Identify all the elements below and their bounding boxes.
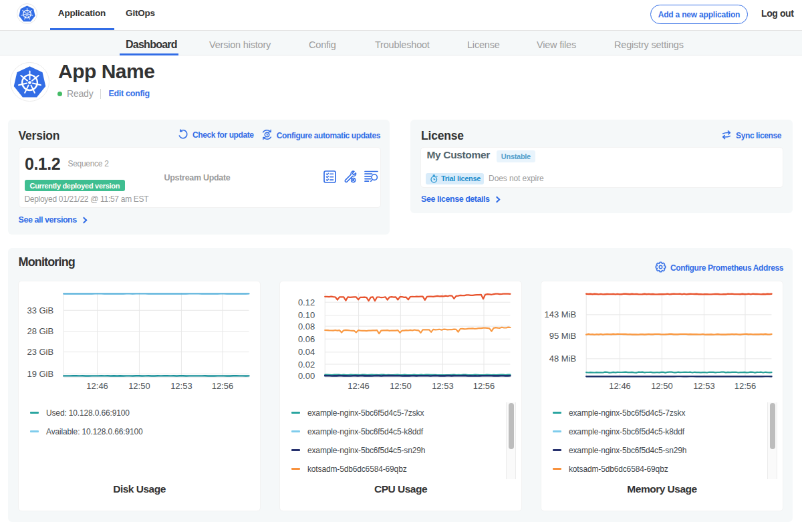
svg-text:12:53: 12:53 (432, 381, 454, 391)
svg-text:0.10: 0.10 (298, 310, 315, 320)
svg-text:12:50: 12:50 (651, 381, 673, 391)
svg-text:19 GiB: 19 GiB (27, 369, 53, 379)
svg-text:12:56: 12:56 (473, 381, 495, 391)
svg-text:12:46: 12:46 (348, 381, 370, 391)
svg-text:0.00: 0.00 (298, 371, 315, 381)
svg-text:33 GiB: 33 GiB (27, 305, 53, 315)
svg-text:0.04: 0.04 (298, 347, 315, 357)
svg-text:12:46: 12:46 (609, 381, 631, 391)
svg-text:12:56: 12:56 (734, 381, 757, 391)
svg-text:0.06: 0.06 (298, 334, 315, 344)
svg-text:0.02: 0.02 (298, 360, 315, 370)
svg-text:12:53: 12:53 (693, 381, 715, 391)
svg-text:0.12: 0.12 (298, 297, 315, 307)
svg-text:28 GiB: 28 GiB (27, 326, 53, 336)
svg-text:12:50: 12:50 (390, 381, 412, 391)
svg-text:48 MiB: 48 MiB (549, 354, 576, 364)
svg-text:12:50: 12:50 (128, 381, 150, 391)
svg-text:143 MiB: 143 MiB (544, 309, 576, 319)
svg-text:0.08: 0.08 (298, 321, 315, 331)
svg-text:12:46: 12:46 (86, 381, 108, 391)
svg-text:12:56: 12:56 (212, 381, 234, 391)
svg-text:23 GiB: 23 GiB (27, 347, 53, 357)
svg-text:12:53: 12:53 (170, 381, 192, 391)
svg-text:95 MiB: 95 MiB (549, 331, 576, 341)
